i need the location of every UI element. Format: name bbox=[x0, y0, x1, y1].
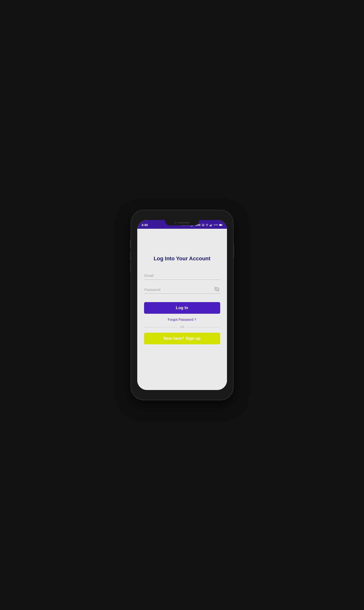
svg-rect-11 bbox=[220, 224, 222, 226]
status-time: 4:40 bbox=[142, 223, 148, 227]
password-input-wrapper bbox=[144, 286, 220, 294]
or-divider: OR bbox=[144, 325, 220, 329]
battery-icon bbox=[219, 224, 223, 226]
phone-device: 4:40 3.86 K/s VoLTE 67% bbox=[131, 210, 233, 400]
sim-icon bbox=[202, 224, 204, 226]
speaker bbox=[178, 222, 190, 223]
or-line-left bbox=[144, 327, 178, 327]
svg-point-4 bbox=[207, 226, 207, 226]
login-button[interactable]: Log In bbox=[144, 302, 220, 314]
or-text: OR bbox=[178, 325, 187, 329]
wifi-icon bbox=[205, 224, 208, 226]
login-screen: Log Into Your Account bbox=[137, 229, 227, 390]
svg-rect-3 bbox=[203, 225, 204, 226]
or-line-right bbox=[187, 327, 220, 327]
notch bbox=[165, 220, 199, 225]
svg-rect-10 bbox=[222, 224, 223, 225]
battery-percent: 67% bbox=[214, 224, 218, 226]
toggle-password-icon[interactable] bbox=[214, 287, 219, 293]
password-input-group bbox=[144, 286, 220, 294]
svg-rect-7 bbox=[211, 224, 211, 226]
camera bbox=[174, 222, 176, 224]
svg-rect-5 bbox=[209, 225, 210, 226]
svg-rect-8 bbox=[212, 224, 212, 226]
forgot-password-link[interactable]: Forgot Password ? bbox=[168, 318, 196, 321]
phone-screen: 4:40 3.86 K/s VoLTE 67% bbox=[137, 220, 227, 390]
svg-rect-1 bbox=[202, 224, 204, 226]
svg-rect-6 bbox=[210, 225, 211, 226]
svg-rect-2 bbox=[203, 225, 203, 226]
email-input-group bbox=[144, 272, 220, 280]
signup-button[interactable]: New here? Sign up bbox=[144, 333, 220, 344]
email-field[interactable] bbox=[144, 272, 220, 280]
signal-icon bbox=[209, 224, 213, 226]
page-title: Log Into Your Account bbox=[154, 255, 210, 262]
password-field[interactable] bbox=[144, 286, 220, 294]
